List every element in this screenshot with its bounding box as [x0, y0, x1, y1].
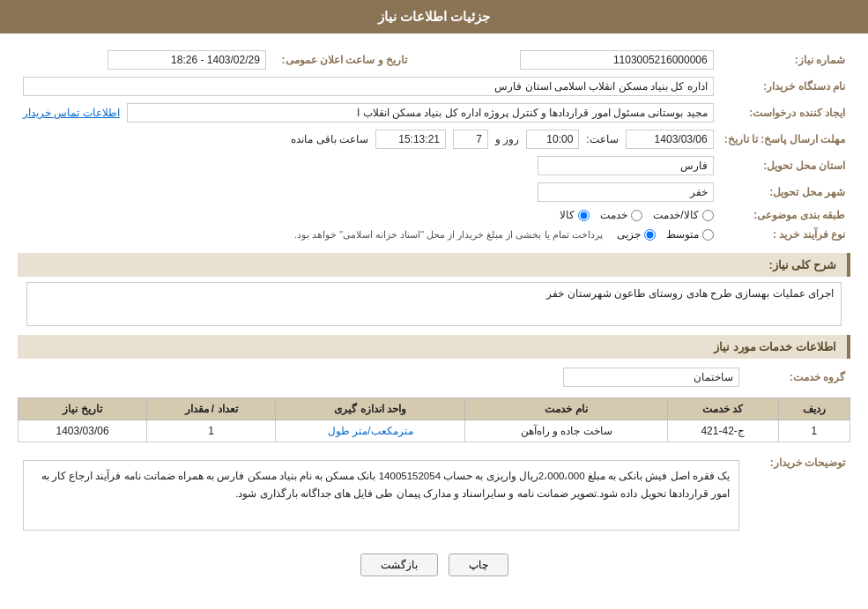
table-row: 1ج-42-421ساخت جاده و راه‌آهنمترمکعب/متر …: [19, 420, 850, 442]
service-group-value: ساختمان: [563, 368, 739, 387]
purchase-partial[interactable]: جزیی: [617, 228, 656, 241]
category-group: کالا/خدمت خدمت کالا: [23, 209, 714, 221]
city-value: خفر: [538, 182, 714, 202]
purchase-radio-medium[interactable]: [702, 229, 714, 241]
col-qty: تعداد / مقدار: [147, 398, 276, 420]
col-code: کد خدمت: [667, 398, 778, 420]
description-section-title: شرح کلی نیاز:: [18, 253, 850, 277]
service-group-label: گروه خدمت:: [745, 364, 850, 390]
deadline-label: مهلت ارسال پاسخ: تا تاریخ:: [719, 126, 850, 152]
back-button[interactable]: بازگشت: [360, 553, 438, 576]
deadline-days: 7: [453, 130, 488, 149]
purchase-type-group: متوسط جزیی: [617, 228, 714, 241]
services-table: ردیف کد خدمت نام خدمت واحد اندازه گیری ت…: [18, 397, 850, 442]
col-name: نام خدمت: [465, 398, 667, 420]
purchase-medium-label: متوسط: [666, 228, 699, 241]
service-group-table: گروه خدمت: ساختمان: [18, 364, 850, 390]
description-value: اجرای عملیات بهسازی طرح هادی روستای طاعو…: [26, 282, 842, 326]
page-title: جزئیات اطلاعات نیاز: [378, 9, 490, 24]
category-kala[interactable]: کالا: [560, 209, 590, 221]
deadline-time-label: ساعت:: [586, 133, 618, 145]
category-label: طبقه بندی موضوعی:: [719, 205, 850, 225]
category-radio-kala[interactable]: [578, 210, 590, 221]
purchase-type-label: نوع فرآیند خرید :: [719, 225, 850, 244]
province-label: استان محل تحویل:: [719, 152, 850, 179]
category-kala-label: کالا: [560, 209, 575, 221]
buyer-notes-label: توضیحات خریدار:: [745, 449, 850, 541]
services-section-title: اطلاعات خدمات مورد نیاز: [18, 335, 850, 359]
announce-datetime-label: تاریخ و ساعت اعلان عمومی:: [271, 47, 412, 73]
category-radio-kala-service[interactable]: [702, 210, 714, 221]
col-row: ردیف: [778, 398, 849, 420]
purchase-type-note: پرداخت تمام یا بخشی از مبلغ خریدار از مح…: [294, 229, 603, 241]
deadline-remaining-label: ساعت باقی مانده: [291, 133, 368, 145]
need-number-label: شماره نیاز:: [719, 47, 850, 73]
category-kala-service-label: کالا/خدمت: [653, 209, 698, 221]
col-date: تاریخ نیاز: [19, 398, 147, 420]
purchase-radio-partial[interactable]: [644, 229, 656, 241]
category-service[interactable]: خدمت: [600, 209, 642, 221]
category-service-label: خدمت: [600, 209, 627, 221]
print-button[interactable]: چاپ: [449, 553, 508, 576]
purchase-medium[interactable]: متوسط: [666, 228, 714, 241]
category-kala-service[interactable]: کالا/خدمت: [653, 209, 713, 221]
need-number-value: 1103005216000006: [520, 50, 714, 70]
deadline-date: 1403/03/06: [626, 130, 714, 149]
action-buttons: چاپ بازگشت: [18, 553, 850, 576]
city-label: شهر محل تحویل:: [719, 179, 850, 205]
requester-value: مجید بوستانی مسئول امور قراردادها و کنتر…: [127, 103, 714, 123]
page-header: جزئیات اطلاعات نیاز: [0, 0, 868, 33]
buyer-notes: یک فقره اصل فیش بانکی به مبلغ 2،000،000ر…: [23, 460, 739, 531]
buyer-org-value: اداره کل بنیاد مسکن انقلاب اسلامی استان …: [23, 77, 714, 96]
buyer-org-label: نام دستگاه خریدار:: [719, 73, 850, 100]
notes-table: توضیحات خریدار: یک فقره اصل فیش بانکی به…: [18, 449, 850, 541]
requester-label: ایجاد کننده درخواست:: [719, 100, 850, 126]
announce-datetime-value: 1403/02/29 - 18:26: [108, 50, 266, 70]
category-radio-service[interactable]: [631, 210, 642, 221]
deadline-remaining: 15:13:21: [375, 130, 446, 149]
deadline-time: 10:00: [526, 130, 579, 149]
purchase-partial-label: جزیی: [617, 228, 641, 241]
main-info-table: شماره نیاز: 1103005216000006 تاریخ و ساع…: [18, 47, 850, 244]
contact-link[interactable]: اطلاعات تماس خریدار: [23, 107, 120, 119]
province-value: فارس: [538, 156, 714, 175]
deadline-day-label: روز و: [495, 133, 519, 145]
col-unit: واحد اندازه گیری: [276, 398, 465, 420]
